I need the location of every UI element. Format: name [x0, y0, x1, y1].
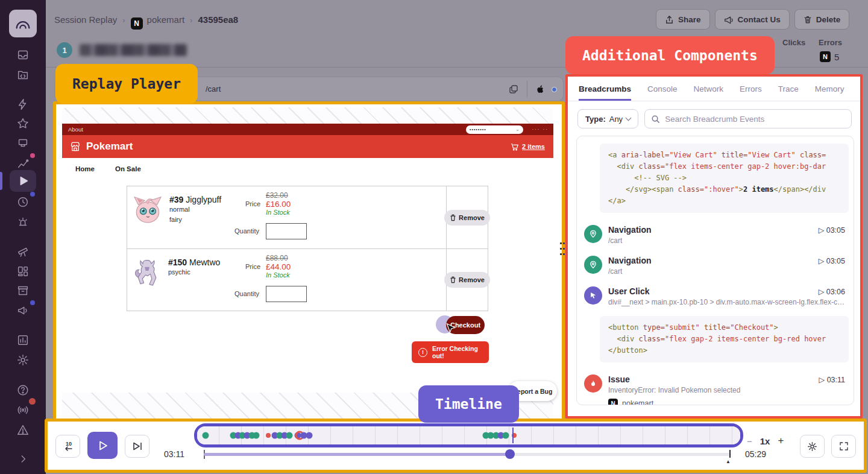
errors-stat-value[interactable]: N 5: [820, 51, 839, 62]
event-subtitle: /cart: [608, 236, 845, 245]
dashboards-icon[interactable]: [10, 262, 36, 280]
gear-icon: [807, 441, 818, 452]
item-old-price: £88.00: [266, 254, 291, 262]
type-filter-dropdown[interactable]: Type:Any: [577, 109, 638, 128]
speed-value: 1x: [760, 436, 770, 446]
nav-on-sale: On Sale: [115, 165, 141, 172]
fullscreen-button[interactable]: [831, 435, 856, 458]
stats-icon[interactable]: [10, 331, 36, 349]
feedback-badge-dot: [30, 300, 35, 305]
help-icon[interactable]: [10, 381, 36, 399]
tab-breadcrumbs[interactable]: Breadcrumbs: [579, 84, 631, 101]
discover-icon[interactable]: [10, 242, 36, 261]
rewind-10-button[interactable]: 10: [55, 435, 80, 458]
delete-button[interactable]: Delete: [794, 9, 850, 30]
search-input[interactable]: [665, 115, 845, 124]
cursor-click-icon: [584, 286, 602, 305]
breadcrumb-replay-id: 43595ea8: [198, 14, 238, 25]
tab-memory[interactable]: Memory: [815, 84, 844, 101]
sentry-logo[interactable]: [9, 10, 37, 37]
tab-console[interactable]: Console: [647, 84, 678, 101]
breadcrumb-event-click[interactable]: User Click▷ 03:06div#__next > main.px-10…: [577, 280, 854, 311]
replays-icon[interactable]: [10, 172, 36, 190]
scrubber-handle[interactable]: [505, 449, 515, 459]
trash-icon: [450, 214, 456, 221]
annotation-replay-player: Replay Player: [55, 64, 198, 104]
replay-mouse-cursor: [445, 323, 456, 334]
play-button[interactable]: [87, 432, 118, 459]
event-timestamp[interactable]: ▷ 03:11: [819, 375, 845, 384]
speed-decrease-button[interactable]: −: [747, 436, 752, 446]
timeline-minimap[interactable]: [194, 423, 743, 447]
sidebar: [0, 0, 46, 474]
tab-ta[interactable]: Ta: [861, 84, 863, 101]
incidents-icon[interactable]: [10, 421, 36, 439]
replay-masked-text: ··· ··: [532, 127, 549, 132]
skip-to-end-button[interactable]: [125, 435, 149, 458]
play-icon: [96, 440, 108, 452]
breadcrumb-event-issue[interactable]: Issue▷ 03:11InventoryError: Invalid Poke…: [577, 368, 854, 405]
replay-masked-select: ••••••••⌄: [466, 125, 523, 134]
item-stock-status: In Stock: [266, 271, 291, 279]
event-title: Navigation: [608, 225, 652, 235]
price-label: Price: [245, 200, 260, 207]
copy-url-icon[interactable]: [508, 84, 519, 95]
quantity-label: Quantity: [234, 227, 259, 235]
breadcrumb-project[interactable]: pokemart: [147, 14, 185, 25]
issues-icon[interactable]: [10, 46, 36, 64]
contact-us-button[interactable]: Contact Us: [715, 9, 790, 30]
breadcrumb-search[interactable]: [644, 109, 852, 128]
collapse-sidebar-icon[interactable]: [10, 450, 36, 468]
minimap-event-dot: [306, 432, 312, 439]
event-timestamp[interactable]: ▷ 03:05: [819, 256, 845, 265]
event-timestamp[interactable]: ▷ 03:05: [819, 226, 845, 235]
event-timestamp[interactable]: ▷ 03:06: [819, 287, 845, 296]
header-actions: Share Contact Us Delete: [656, 9, 849, 30]
item-type: fairy: [169, 215, 221, 225]
settings-icon[interactable]: [10, 351, 36, 369]
nextjs-project-icon: N: [131, 17, 143, 30]
item-type: normal: [169, 204, 221, 215]
speed-increase-button[interactable]: +: [778, 435, 784, 447]
alerts-icon[interactable]: [10, 213, 36, 231]
quantity-input: [266, 286, 307, 302]
quickstart-icon[interactable]: [10, 95, 36, 113]
panel-resize-handle[interactable]: [559, 241, 565, 256]
releases-icon[interactable]: [10, 282, 36, 300]
tab-errors[interactable]: Errors: [740, 84, 762, 101]
breadcrumb-event-navigation[interactable]: Navigation▷ 03:05/cart: [577, 250, 854, 280]
tab-trace[interactable]: Trace: [778, 84, 799, 101]
event-subtitle: InventoryError: Invalid Pokemon selected: [608, 386, 845, 394]
trash-icon: [450, 276, 456, 283]
breadcrumb-event-navigation[interactable]: Navigation▷ 03:05/cart: [577, 219, 854, 250]
share-button[interactable]: Share: [656, 9, 710, 30]
cart-row-jigglypuff: #39 Jigglypuff normal fairy Price £32.00…: [127, 186, 488, 248]
replay-bottom-bar: 10 03:11 − 1x + 05:29 ▲: [45, 419, 867, 473]
breadcrumb-event-list: <a aria-label="View Cart" title="View Ca…: [576, 136, 854, 405]
projector-icon[interactable]: [10, 134, 36, 153]
event-title: Navigation: [608, 256, 652, 265]
redacted-user-name: [80, 44, 187, 56]
breadcrumb-session-replay[interactable]: Session Replay: [54, 14, 117, 25]
html-snippet-code-block: <button type="submit" title="Checkout"> …: [600, 316, 849, 362]
chevron-down-icon: [626, 115, 632, 121]
errors-stat-label: Errors: [819, 38, 842, 47]
session-user-row: 1: [57, 42, 187, 58]
tab-network[interactable]: Network: [694, 84, 724, 101]
minimap-track[interactable]: [197, 426, 740, 444]
current-time-label: 03:11: [164, 449, 184, 459]
starred-icon[interactable]: [10, 115, 36, 133]
item-number: #150: [168, 258, 187, 267]
share-icon: [665, 15, 674, 24]
event-project: Npokemart: [608, 399, 845, 405]
projects-icon[interactable]: [10, 66, 36, 84]
seek-scrubber[interactable]: ▲: [204, 453, 731, 456]
breadcrumb-separator: ›: [184, 16, 198, 25]
trash-icon: [804, 15, 812, 24]
html-snippet-code-block: <a aria-label="View Cart" title="View Ca…: [600, 144, 849, 213]
replay-current-url: /cart: [206, 84, 221, 93]
scrubber-progress: [204, 453, 510, 456]
minimap-playhead[interactable]: [512, 428, 514, 443]
navigation-pin-icon: [584, 256, 602, 274]
player-settings-button[interactable]: [800, 435, 825, 458]
